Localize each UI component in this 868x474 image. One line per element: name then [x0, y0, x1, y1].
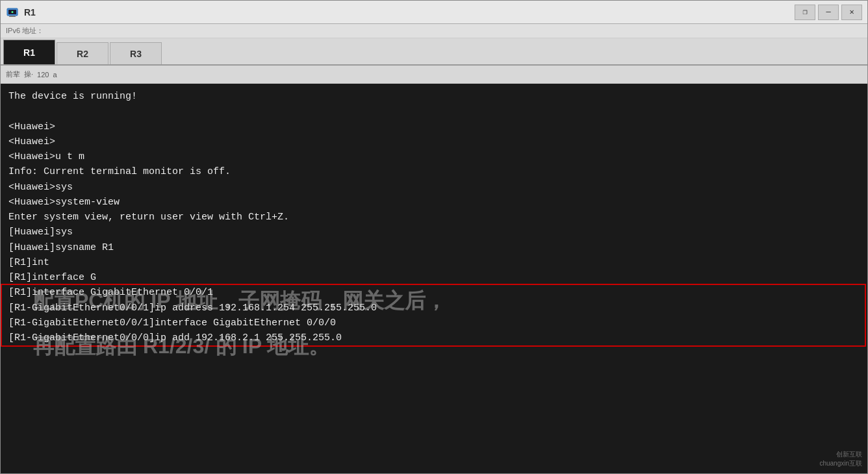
app-icon [6, 6, 19, 19]
terminal-line [8, 104, 860, 119]
terminal-line: The device is running! [8, 89, 860, 104]
main-window: R1 ❐ — ✕ IPv6 地址： R1 R2 R3 前辈 操· 120 a T… [0, 0, 868, 474]
terminal-line: <Huawei> [8, 134, 860, 149]
ipv6-bar: IPv6 地址： [1, 24, 867, 38]
terminal-line: [R1-GigabitEthernet0/0/1]interface Gigab… [8, 316, 860, 331]
terminal-line: [Huawei]sysname R1 [8, 240, 860, 255]
tab-r1[interactable]: R1 [3, 40, 55, 64]
close-button[interactable]: ✕ [841, 5, 862, 20]
terminal-line: [R1-GigabitEthernet0/0/1]ip address 192.… [8, 301, 860, 316]
tab-r2[interactable]: R2 [57, 42, 108, 64]
tabs-row: R1 R2 R3 [1, 38, 867, 66]
window-controls: ❐ — ✕ [795, 1, 862, 23]
terminal-line: Enter system view, return user view with… [8, 210, 860, 225]
terminal-line: Info: Current terminal monitor is off. [8, 164, 860, 179]
terminal-line: <Huawei> [8, 119, 860, 134]
terminal-line: [R1]int [8, 255, 860, 270]
terminal-line: [Huawei]sys [8, 225, 860, 240]
toolbar-item-2[interactable]: 操· [24, 69, 33, 79]
terminal-line: <Huawei>u t m [8, 149, 860, 164]
tab-r3[interactable]: R3 [110, 42, 162, 64]
toolbar-item-1[interactable]: 前辈 [6, 69, 20, 79]
title-bar: R1 ❐ — ✕ [1, 1, 867, 24]
svg-rect-3 [9, 16, 16, 17]
ipv6-label: IPv6 地址： [6, 26, 44, 36]
restore-button[interactable]: ❐ [795, 5, 815, 20]
terminal-line: [R1]interface GigabitEthernet 0/0/1 [8, 285, 860, 300]
terminal-line: <Huawei>system-view [8, 195, 860, 210]
window-title: R1 [24, 7, 36, 18]
terminal-area[interactable]: The device is running! <Huawei><Huawei><… [1, 84, 867, 473]
sub-toolbar: 前辈 操· 120 a [1, 66, 867, 84]
minimize-button[interactable]: — [818, 5, 839, 20]
terminal-line: [R1]interface G [8, 270, 860, 285]
toolbar-item-4[interactable]: a [53, 71, 57, 79]
toolbar-item-3[interactable]: 120 [37, 71, 49, 79]
terminal-line: [R1-GigabitEthernet0/0/0]ip add 192.168.… [8, 331, 860, 345]
svg-point-4 [12, 11, 14, 13]
terminal-line: <Huawei>sys [8, 180, 860, 195]
